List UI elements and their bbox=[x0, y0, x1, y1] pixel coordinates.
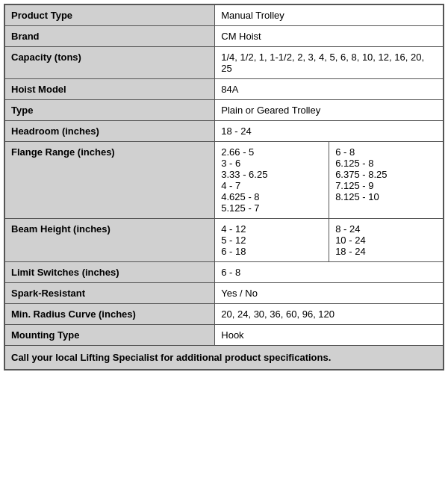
row-value: Manual Trolley bbox=[215, 5, 443, 25]
row-label: Limit Switches (inches) bbox=[5, 262, 215, 282]
row-label: Spark-Resistant bbox=[5, 283, 215, 303]
row-label: Min. Radius Curve (inches) bbox=[5, 304, 215, 324]
table-row: Mounting TypeHook bbox=[5, 325, 443, 346]
split-col-1: 2.66 - 5 3 - 6 3.33 - 6.25 4 - 7 4.625 -… bbox=[215, 142, 329, 218]
row-label: Capacity (tons) bbox=[5, 47, 215, 78]
split-col-2: 8 - 24 10 - 24 18 - 24 bbox=[329, 219, 443, 261]
table-row: Flange Range (inches)2.66 - 5 3 - 6 3.33… bbox=[5, 142, 443, 219]
row-value: 84A bbox=[215, 79, 443, 99]
table-row: BrandCM Hoist bbox=[5, 26, 443, 47]
row-value-split: 2.66 - 5 3 - 6 3.33 - 6.25 4 - 7 4.625 -… bbox=[215, 142, 443, 218]
row-label: Hoist Model bbox=[5, 79, 215, 99]
row-value: Plain or Geared Trolley bbox=[215, 100, 443, 120]
row-label: Flange Range (inches) bbox=[5, 142, 215, 218]
row-label: Product Type bbox=[5, 5, 215, 25]
footer-text: Call your local Lifting Specialist for a… bbox=[5, 346, 443, 369]
row-value-split: 4 - 12 5 - 12 6 - 188 - 24 10 - 24 18 - … bbox=[215, 219, 443, 261]
table-row: Hoist Model84A bbox=[5, 79, 443, 100]
split-col-2: 6 - 8 6.125 - 8 6.375 - 8.25 7.125 - 9 8… bbox=[329, 142, 443, 218]
row-value: 20, 24, 30, 36, 60, 96, 120 bbox=[215, 304, 443, 324]
row-label: Headroom (inches) bbox=[5, 121, 215, 141]
row-value: 18 - 24 bbox=[215, 121, 443, 141]
row-value: 6 - 8 bbox=[215, 262, 443, 282]
row-label: Type bbox=[5, 100, 215, 120]
row-label: Mounting Type bbox=[5, 325, 215, 345]
row-label: Beam Height (inches) bbox=[5, 219, 215, 261]
table-row: Spark-ResistantYes / No bbox=[5, 283, 443, 304]
table-row: Beam Height (inches)4 - 12 5 - 12 6 - 18… bbox=[5, 219, 443, 262]
split-col-1: 4 - 12 5 - 12 6 - 18 bbox=[215, 219, 329, 261]
table-row: Limit Switches (inches)6 - 8 bbox=[5, 262, 443, 283]
footer-row: Call your local Lifting Specialist for a… bbox=[5, 346, 443, 369]
row-value: 1/4, 1/2, 1, 1-1/2, 2, 3, 4, 5, 6, 8, 10… bbox=[215, 47, 443, 78]
row-value: Hook bbox=[215, 325, 443, 345]
spec-table: Product TypeManual TrolleyBrandCM HoistC… bbox=[4, 4, 444, 370]
row-value: Yes / No bbox=[215, 283, 443, 303]
row-value: CM Hoist bbox=[215, 26, 443, 46]
table-row: Headroom (inches)18 - 24 bbox=[5, 121, 443, 142]
table-row: TypePlain or Geared Trolley bbox=[5, 100, 443, 121]
table-row: Min. Radius Curve (inches)20, 24, 30, 36… bbox=[5, 304, 443, 325]
row-label: Brand bbox=[5, 26, 215, 46]
table-row: Capacity (tons)1/4, 1/2, 1, 1-1/2, 2, 3,… bbox=[5, 47, 443, 79]
table-row: Product TypeManual Trolley bbox=[5, 5, 443, 26]
